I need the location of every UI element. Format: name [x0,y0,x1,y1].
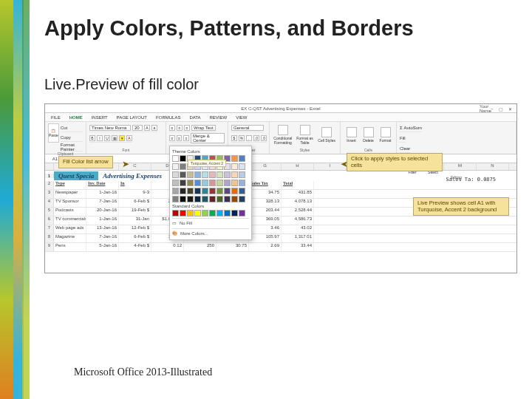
inc-decimal-button[interactable]: .0 [253,135,259,141]
col-header[interactable]: G [249,163,282,170]
format-painter-button[interactable]: Format Painter [61,143,83,151]
color-swatch[interactable] [172,171,179,178]
color-swatch[interactable] [180,180,186,186]
insert-cells-button[interactable]: Insert [344,123,359,146]
color-swatch[interactable] [224,196,231,202]
color-swatch[interactable] [187,180,194,186]
font-color-button[interactable]: A [126,135,132,141]
cut-button[interactable]: Cut [61,126,67,130]
color-swatch[interactable] [202,171,208,178]
conditional-formatting-button[interactable]: Conditional Formatting [273,123,293,146]
color-swatch[interactable] [202,180,208,186]
paste-button[interactable]: 📋 Paste [48,123,59,143]
color-swatch[interactable] [231,196,238,202]
color-swatch[interactable] [231,180,238,186]
align-bot-button[interactable]: ≡ [184,125,190,131]
fill-color-picker[interactable]: Theme Colors Standard Colors ▭No Fill 🎨M… [169,146,252,240]
color-swatch[interactable] [209,180,216,186]
color-swatch[interactable] [239,210,245,216]
maximize-icon[interactable]: ▢ [497,106,505,112]
color-swatch[interactable] [180,171,186,178]
color-swatch[interactable] [231,163,238,170]
col-header[interactable]: M [444,163,477,170]
color-swatch[interactable] [187,188,194,194]
cell-styles-button[interactable]: Cell Styles [316,123,337,146]
no-fill-option[interactable]: ▭No Fill [172,218,249,227]
comma-button[interactable]: , [246,135,252,141]
color-swatch[interactable] [187,210,194,216]
color-swatch[interactable] [216,210,223,216]
tab-insert[interactable]: INSERT [90,115,109,120]
border-button[interactable]: ▦ [112,135,117,141]
minimize-icon[interactable]: – [488,106,496,111]
color-swatch[interactable] [216,171,223,178]
grow-font-button[interactable]: A [144,125,150,131]
color-swatch[interactable] [231,188,238,194]
color-swatch[interactable] [224,180,231,186]
delete-cells-button[interactable]: Delete [361,123,376,146]
tab-formulas[interactable]: FORMULAS [154,115,182,120]
color-swatch[interactable] [239,155,245,162]
number-format-dropdown[interactable]: General [231,125,264,131]
color-swatch[interactable] [172,210,179,216]
autosum-button[interactable]: Σ AutoSum [400,126,422,130]
tab-data[interactable]: DATA [188,115,202,120]
copy-button[interactable]: Copy [61,135,71,140]
color-swatch[interactable] [216,188,223,194]
percent-button[interactable]: % [239,135,245,141]
color-swatch[interactable] [239,171,245,178]
shrink-font-button[interactable]: a [151,125,157,131]
color-swatch[interactable] [180,188,186,194]
italic-button[interactable]: I [97,135,103,141]
color-swatch[interactable] [216,196,223,202]
color-swatch[interactable] [194,180,201,186]
color-swatch[interactable] [239,188,245,194]
color-swatch[interactable] [187,171,194,178]
font-name-dropdown[interactable]: Times New Roma [89,125,131,131]
color-swatch[interactable] [224,171,231,178]
color-swatch[interactable] [172,180,179,186]
font-size-dropdown[interactable]: 20 [132,125,143,131]
color-swatch[interactable] [239,163,245,170]
tab-review[interactable]: REVIEW [208,115,229,120]
color-swatch[interactable] [231,171,238,178]
color-swatch[interactable] [202,188,208,194]
bold-button[interactable]: B [89,135,95,141]
col-header[interactable] [45,163,54,170]
align-mid-button[interactable]: ≡ [177,125,183,131]
color-swatch[interactable] [209,188,216,194]
align-left-button[interactable]: ≡ [169,135,175,141]
color-swatch[interactable] [202,196,208,202]
color-swatch[interactable] [180,155,186,162]
color-swatch[interactable] [194,171,201,178]
color-swatch[interactable] [194,210,201,216]
align-right-button[interactable]: ≡ [183,135,189,141]
color-swatch[interactable] [180,196,186,202]
tab-pagelayout[interactable]: PAGE LAYOUT [115,115,149,120]
color-swatch[interactable] [194,188,201,194]
wrap-text-button[interactable]: Wrap Text [191,125,216,131]
clear-button[interactable]: Clear [400,146,410,151]
merge-center-button[interactable]: Merge & Center [191,133,225,143]
align-center-button[interactable]: ≡ [177,135,183,141]
color-swatch[interactable] [216,180,223,186]
underline-button[interactable]: U [104,135,110,141]
color-swatch[interactable] [231,210,238,216]
color-swatch[interactable] [180,163,186,170]
color-swatch[interactable] [172,155,179,162]
color-swatch[interactable] [239,196,245,202]
align-top-button[interactable]: ≡ [169,125,175,131]
color-swatch[interactable] [231,155,238,162]
tab-file[interactable]: FILE [50,115,62,120]
format-cells-button[interactable]: Format [378,123,393,146]
tab-view[interactable]: VIEW [234,115,248,120]
col-header[interactable]: N [477,163,509,170]
accounting-button[interactable]: $ [231,135,237,141]
color-swatch[interactable] [180,210,186,216]
col-header[interactable]: H [282,163,314,170]
color-swatch[interactable] [224,210,231,216]
color-swatch[interactable] [194,196,201,202]
dec-decimal-button[interactable]: .0 [261,135,267,141]
color-swatch[interactable] [209,196,216,202]
color-swatch[interactable] [209,171,216,178]
